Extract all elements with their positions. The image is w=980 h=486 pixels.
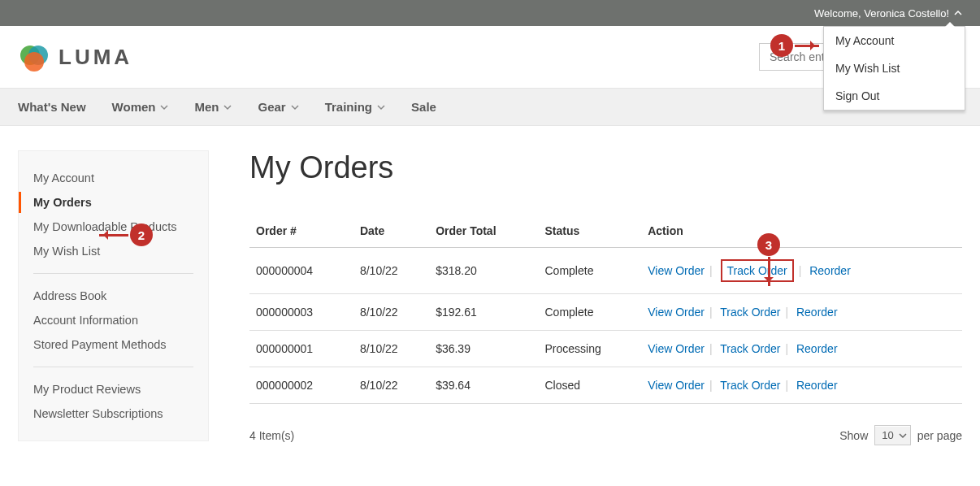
view-order-link[interactable]: View Order <box>648 379 705 392</box>
top-bar: Welcome, Veronica Costello! My Account M… <box>0 0 980 26</box>
th-date: Date <box>353 215 429 248</box>
page-title: My Orders <box>249 150 962 185</box>
pager: 4 Item(s) Show 10 per page <box>249 425 962 445</box>
annotation-arrow-1 <box>795 45 819 47</box>
sidebar-newsletter[interactable]: Newsletter Subscriptions <box>33 401 193 426</box>
track-order-highlight: Track Order <box>721 259 794 282</box>
reorder-link[interactable]: Reorder <box>796 342 838 355</box>
cell-order-num: 000000003 <box>249 294 353 331</box>
sidebar-my-orders[interactable]: My Orders <box>33 190 193 215</box>
logo[interactable]: LUMA <box>18 41 132 73</box>
cell-date: 8/10/22 <box>353 367 429 404</box>
nav-training[interactable]: Training <box>325 89 400 125</box>
cell-order-num: 000000002 <box>249 367 353 404</box>
chevron-down-icon <box>223 100 232 114</box>
th-total: Order Total <box>429 215 538 248</box>
reorder-link[interactable]: Reorder <box>809 264 851 277</box>
nav-label: What's New <box>18 100 86 114</box>
reorder-link[interactable]: Reorder <box>796 306 838 319</box>
table-row: 000000002 8/10/22 $39.64 Closed View Ord… <box>249 367 962 404</box>
separator: | <box>785 342 788 355</box>
account-sidebar: My Account My Orders My Downloadable Pro… <box>18 150 209 441</box>
account-dropdown: My Account My Wish List Sign Out <box>823 26 965 111</box>
cell-status: Processing <box>539 331 642 367</box>
cell-total: $36.39 <box>429 331 538 367</box>
cell-actions: View Order| Track Order| Reorder <box>641 294 962 331</box>
separator: | <box>709 379 713 392</box>
track-order-link[interactable]: Track Order <box>720 342 780 355</box>
orders-table: Order # Date Order Total Status Action 0… <box>249 215 962 404</box>
view-order-link[interactable]: View Order <box>648 342 705 355</box>
cell-date: 8/10/22 <box>353 294 429 331</box>
content: My Orders Order # Date Order Total Statu… <box>249 150 962 445</box>
th-action: Action <box>641 215 962 248</box>
table-row: 000000004 8/10/22 $318.20 Complete View … <box>249 248 962 294</box>
nav-women[interactable]: Women <box>112 89 184 125</box>
annotation-arrow-2 <box>99 234 128 236</box>
nav-men[interactable]: Men <box>194 89 246 125</box>
cell-date: 8/10/22 <box>353 331 429 367</box>
cell-actions: View Order| Track Order| Reorder <box>641 331 962 367</box>
cell-actions: View Order| Track Order| Reorder <box>641 367 962 404</box>
pager-show-label: Show <box>839 429 868 442</box>
sidebar-divider <box>33 273 193 274</box>
track-order-link[interactable]: Track Order <box>720 379 780 392</box>
nav-sale[interactable]: Sale <box>411 89 451 125</box>
track-order-link[interactable]: Track Order <box>727 264 787 277</box>
nav-label: Gear <box>258 100 285 114</box>
sidebar-wishlist[interactable]: My Wish List <box>33 239 193 263</box>
separator: | <box>785 306 788 319</box>
separator: | <box>799 264 802 277</box>
nav-label: Women <box>112 100 156 114</box>
cell-status: Complete <box>539 248 642 294</box>
cell-total: $192.61 <box>429 294 538 331</box>
pager-value: 10 <box>882 429 893 441</box>
sidebar-my-account[interactable]: My Account <box>33 166 193 190</box>
th-order-num: Order # <box>249 215 353 248</box>
view-order-link[interactable]: View Order <box>648 306 705 319</box>
sidebar-payment-methods[interactable]: Stored Payment Methods <box>33 332 193 357</box>
welcome-text: Welcome, Veronica Costello! <box>814 7 949 20</box>
welcome-dropdown-toggle[interactable]: Welcome, Veronica Costello! <box>814 7 962 20</box>
chevron-down-icon <box>160 100 168 114</box>
chevron-down-icon <box>291 100 299 114</box>
cell-total: $39.64 <box>429 367 538 404</box>
sidebar-divider <box>33 367 193 367</box>
cell-actions: View Order| Track Order| Reorder <box>641 248 962 294</box>
svg-point-2 <box>24 52 44 72</box>
nav-label: Training <box>325 100 372 114</box>
nav-label: Sale <box>411 100 436 114</box>
chevron-up-icon <box>954 7 962 20</box>
cell-status: Complete <box>539 294 642 331</box>
cell-date: 8/10/22 <box>353 248 429 294</box>
separator: | <box>709 264 713 277</box>
pager-per-label: per page <box>917 429 962 442</box>
chevron-down-icon <box>899 432 907 440</box>
separator: | <box>709 342 713 355</box>
pager-select[interactable]: 10 <box>874 425 910 445</box>
nav-label: Men <box>194 100 219 114</box>
separator: | <box>785 379 788 392</box>
pager-count: 4 Item(s) <box>249 429 294 442</box>
track-order-link[interactable]: Track Order <box>720 306 780 319</box>
cell-total: $318.20 <box>429 248 538 294</box>
table-row: 000000001 8/10/22 $36.39 Processing View… <box>249 331 962 367</box>
annotation-badge-3: 3 <box>757 233 780 256</box>
th-status: Status <box>539 215 642 248</box>
sidebar-account-info[interactable]: Account Information <box>33 308 193 332</box>
annotation-badge-2: 2 <box>130 223 153 246</box>
logo-text: LUMA <box>59 45 132 70</box>
nav-gear[interactable]: Gear <box>258 89 313 125</box>
nav-whats-new[interactable]: What's New <box>18 89 101 125</box>
dropdown-sign-out[interactable]: Sign Out <box>824 82 965 110</box>
view-order-link[interactable]: View Order <box>648 264 705 277</box>
sidebar-product-reviews[interactable]: My Product Reviews <box>33 377 193 401</box>
reorder-link[interactable]: Reorder <box>796 379 838 392</box>
cell-order-num: 000000001 <box>249 331 353 367</box>
cell-order-num: 000000004 <box>249 248 353 294</box>
dropdown-my-account[interactable]: My Account <box>824 27 965 54</box>
sidebar-address-book[interactable]: Address Book <box>33 284 193 308</box>
table-row: 000000003 8/10/22 $192.61 Complete View … <box>249 294 962 331</box>
separator: | <box>709 306 713 319</box>
dropdown-my-wishlist[interactable]: My Wish List <box>824 54 965 82</box>
